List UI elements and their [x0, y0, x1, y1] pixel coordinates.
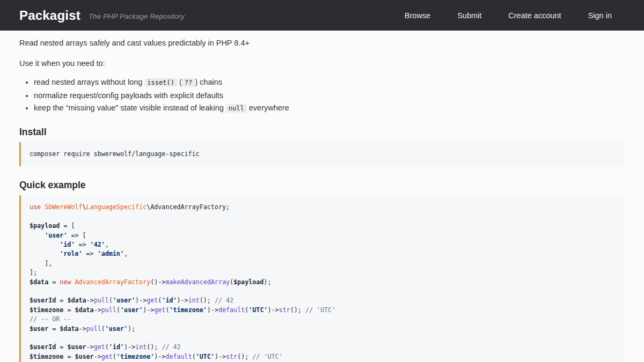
code-token: // -- OR -- [30, 315, 71, 323]
code-token [30, 232, 45, 239]
code-token: str [279, 306, 290, 314]
code-line: $timezone = $data->pull('user')->get('ti… [30, 306, 616, 315]
code-token: -> [86, 297, 94, 304]
code-line: $userId = $data->pull('user')->get('id')… [30, 296, 616, 305]
code-token: pull [86, 325, 101, 333]
code-line: ], [30, 259, 616, 268]
code-token [30, 250, 60, 257]
code-token: LanguageSpecific [86, 203, 147, 211]
code-token: $timezone [30, 306, 63, 314]
inline-code: ?? [182, 78, 195, 87]
code-token: 'admin' [98, 250, 124, 257]
list-item-text: keep the “missing value” state visible i… [34, 104, 226, 112]
code-token: $data [75, 306, 93, 314]
code-token: get [154, 306, 165, 314]
code-token: ); [264, 278, 271, 286]
code-line: // -- OR -- [30, 315, 616, 324]
code-token: 'timezone' [169, 306, 207, 314]
code-token: 'id' [60, 241, 75, 248]
code-token: $userId [30, 343, 56, 351]
code-token: $user [67, 343, 86, 351]
code-token: = [48, 325, 60, 333]
main-nav: Browse Submit Create account Sign in [405, 11, 625, 20]
code-token: 'timezone' [116, 353, 154, 360]
code-token: = [ [60, 222, 75, 230]
intro-paragraph: Read nested arrays safely and cast value… [19, 39, 625, 48]
code-token: = [63, 306, 75, 314]
use-when-paragraph: Use it when you need to: [19, 59, 625, 68]
code-token: pull [101, 306, 116, 314]
code-token: $data [30, 278, 48, 286]
code-token: use [30, 203, 41, 211]
code-token: = [48, 278, 60, 286]
header: Packagist The PHP Package Repository Bro… [0, 0, 644, 31]
list-item: read nested arrays without long isset() … [34, 78, 625, 87]
code-token: // 'UTC' [252, 353, 282, 360]
code-token: -> [79, 325, 86, 333]
code-token: 'id' [162, 297, 177, 304]
inline-code: null [226, 104, 247, 113]
code-token: ]; [30, 269, 37, 276]
code-token: ( [192, 353, 196, 360]
code-token: ()-> [150, 278, 165, 286]
code-token: get [101, 353, 113, 360]
code-line: $user = $data->pull('user'); [30, 324, 616, 334]
list-item-text: everywhere [247, 104, 289, 112]
code-token: (); [200, 297, 215, 304]
code-token: 'UTC' [196, 353, 215, 360]
code-line: ]; [30, 268, 616, 277]
code-token: // 'UTC' [305, 306, 335, 314]
list-item-text: normalize request/config payloads with e… [34, 91, 223, 100]
example-code: use SbWereWolf\LanguageSpecific\Advanced… [30, 203, 616, 361]
code-token: = [56, 343, 67, 351]
code-token: => [ [67, 232, 86, 239]
nav-link-browse[interactable]: Browse [405, 11, 430, 20]
nav-link-submit[interactable]: Submit [457, 11, 481, 20]
list-item-text: ( [177, 78, 182, 86]
code-token: ( [230, 278, 233, 286]
code-token: )-> [154, 353, 165, 360]
code-token: $data [67, 297, 86, 304]
code-line: 'id' => '42', [30, 240, 616, 249]
code-line [30, 287, 616, 296]
code-line: $payload = [ [30, 221, 616, 231]
code-token: )-> [215, 353, 226, 360]
code-line: use SbWereWolf\LanguageSpecific\Advanced… [30, 203, 616, 212]
code-token: ( [116, 306, 120, 314]
code-token: $payload [233, 278, 264, 286]
code-token: ( [101, 325, 105, 333]
code-token: )-> [135, 297, 147, 304]
code-token: -> [94, 306, 101, 314]
code-token: )-> [207, 306, 218, 314]
code-token: default [165, 353, 192, 360]
code-token: -> [86, 343, 94, 351]
code-token: 'user' [45, 232, 67, 239]
code-token: pull [94, 297, 109, 304]
code-token: $user [75, 353, 93, 360]
nav-link-create-account[interactable]: Create account [508, 11, 561, 20]
code-token: 'user' [113, 297, 135, 304]
readme-content: Read nested arrays safely and cast value… [0, 39, 644, 362]
code-token: (); [147, 343, 162, 351]
brand-logo[interactable]: Packagist [19, 8, 80, 23]
code-token: , [124, 250, 128, 257]
nav-link-sign-in[interactable]: Sign in [588, 11, 612, 20]
code-token: int [188, 297, 200, 304]
code-token: => [83, 250, 98, 257]
code-token: 'role' [60, 250, 82, 257]
code-line [30, 212, 616, 221]
code-token: )-> [124, 343, 135, 351]
code-token: AdvancedArrayFactory; [150, 203, 230, 211]
code-token: get [147, 297, 158, 304]
code-token: => [75, 241, 90, 248]
code-line: $timezone = $user->get('timezone')->defa… [30, 352, 616, 361]
code-token: str [226, 353, 237, 360]
code-token: -> [94, 353, 101, 360]
code-token: ], [30, 260, 52, 267]
code-token: )-> [177, 297, 188, 304]
code-token: )-> [267, 306, 279, 314]
code-token: AdvancedArrayFactory [75, 278, 150, 286]
code-token: makeAdvancedArray [165, 278, 230, 286]
code-token: ( [105, 343, 109, 351]
code-token: ( [109, 297, 113, 304]
